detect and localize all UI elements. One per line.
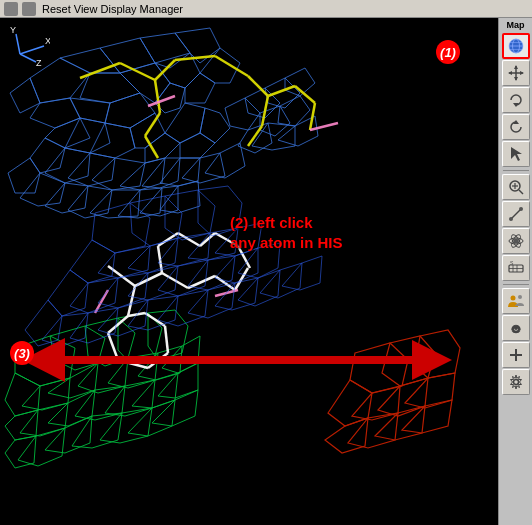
settings-button[interactable]: [502, 369, 530, 395]
svg-point-184: [513, 239, 518, 244]
svg-point-182: [509, 217, 513, 221]
svg-line-161: [20, 54, 36, 62]
atom-button[interactable]: [502, 228, 530, 254]
title-bar-icons: [4, 2, 36, 16]
main-area: X Y Z (1) (2) left click any atom in HIS: [0, 18, 532, 525]
toolbar-divider-1: [503, 170, 529, 171]
toolbar: Map: [498, 18, 532, 525]
hazard-button[interactable]: [502, 315, 530, 341]
rotate-button[interactable]: [502, 87, 530, 113]
select-button[interactable]: [502, 141, 530, 167]
toolbar-divider-2: [503, 284, 529, 285]
add-button[interactable]: [502, 342, 530, 368]
measure-button[interactable]: [502, 201, 530, 227]
annotation-3: (3): [10, 341, 34, 365]
sidechain-button[interactable]: S: [502, 255, 530, 281]
svg-text:Z: Z: [36, 58, 42, 68]
svg-marker-172: [508, 71, 512, 75]
svg-marker-170: [514, 65, 518, 69]
molecular-view: [0, 18, 498, 525]
rotate2-button[interactable]: [502, 114, 530, 140]
svg-marker-173: [520, 71, 524, 75]
svg-point-194: [518, 295, 522, 299]
annotation-1: (1): [436, 40, 460, 64]
toolbar-map-label: Map: [507, 20, 525, 30]
title-icon-2: [22, 2, 36, 16]
svg-line-159: [16, 34, 20, 54]
axis-indicator: X Y Z: [8, 26, 48, 66]
translate-button[interactable]: [502, 60, 530, 86]
zoom-button[interactable]: [502, 174, 530, 200]
title-text: Reset View Display Manager: [42, 3, 183, 15]
viewport[interactable]: X Y Z (1) (2) left click any atom in HIS: [0, 18, 498, 525]
svg-marker-176: [511, 147, 522, 161]
svg-line-157: [20, 46, 44, 54]
annotation-2-line2: any atom in HIS: [230, 233, 343, 253]
svg-text:Y: Y: [10, 26, 16, 35]
svg-text:X: X: [45, 36, 50, 46]
map-button[interactable]: [502, 33, 530, 59]
svg-line-178: [519, 190, 523, 194]
annotation-2: (2) left click any atom in HIS: [230, 213, 343, 252]
title-icon-1: [4, 2, 18, 16]
svg-marker-171: [514, 77, 518, 81]
app-container: Reset View Display Manager: [0, 0, 532, 525]
annotation-2-line1: (2) left click: [230, 213, 343, 233]
svg-point-193: [510, 296, 515, 301]
svg-point-183: [519, 207, 523, 211]
annotation-3-text: (3): [14, 346, 30, 361]
title-bar: Reset View Display Manager: [0, 0, 532, 18]
annotation-1-text: (1): [440, 45, 456, 60]
svg-point-198: [513, 380, 518, 385]
group-button[interactable]: [502, 288, 530, 314]
